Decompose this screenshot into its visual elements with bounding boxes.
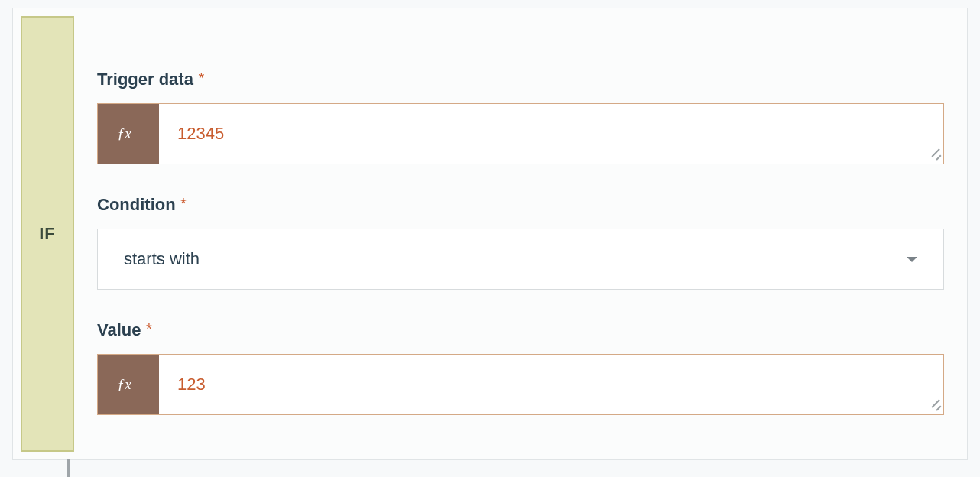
flow-connector-line (67, 459, 70, 477)
trigger-data-field: Trigger data * ƒx (97, 70, 944, 164)
trigger-data-input[interactable] (159, 104, 943, 164)
svg-text:ƒx: ƒx (118, 125, 132, 141)
trigger-data-label: Trigger data (97, 70, 193, 89)
value-field: Value * ƒx (97, 320, 944, 415)
if-rail-label: IF (39, 224, 56, 244)
fx-formula-button[interactable]: ƒx (98, 104, 159, 164)
chevron-down-icon (907, 257, 917, 262)
value-label: Value (97, 320, 141, 339)
if-rail: IF (21, 16, 74, 452)
condition-selected-value: starts with (124, 249, 200, 269)
condition-field: Condition * starts with (97, 195, 944, 290)
condition-select[interactable]: starts with (97, 229, 944, 290)
required-indicator: * (198, 70, 204, 86)
required-indicator: * (146, 320, 152, 337)
if-condition-card: IF Trigger data * ƒx (12, 8, 968, 460)
value-input[interactable] (159, 355, 943, 414)
condition-label: Condition (97, 195, 176, 214)
value-input-wrap: ƒx (97, 354, 944, 415)
fx-formula-button[interactable]: ƒx (98, 355, 159, 414)
fx-icon: ƒx (116, 125, 141, 143)
fx-icon: ƒx (116, 375, 141, 394)
form-column: Trigger data * ƒx Condition * (97, 16, 959, 452)
svg-text:ƒx: ƒx (118, 376, 132, 392)
required-indicator: * (180, 195, 187, 212)
trigger-data-input-wrap: ƒx (97, 103, 944, 164)
